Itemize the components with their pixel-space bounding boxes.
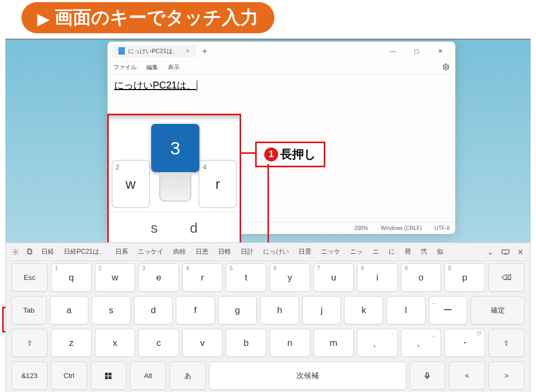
key-backspace[interactable]: ⌫	[488, 263, 525, 292]
r3-key-x[interactable]: x	[95, 329, 136, 357]
key-windows[interactable]	[91, 361, 127, 390]
play-arrow-icon	[38, 8, 49, 28]
suggestion-item[interactable]: ニッ	[346, 246, 367, 258]
r3-key-v[interactable]: v	[182, 329, 223, 357]
screenshot-stage: にっけいPC21は、 × ＋ ― ▢ ✕ ファイル 編集 表示 にっけいPC21…	[5, 39, 531, 392]
r1-key-t[interactable]: 5t	[226, 263, 266, 292]
text-caret	[197, 80, 197, 91]
banner-title: 画面のキーでタッチ入力	[55, 5, 258, 30]
r3-key-b[interactable]: b	[226, 329, 266, 357]
suggestion-item[interactable]: にっけい	[259, 246, 293, 258]
popup-value: 3	[151, 124, 199, 172]
new-tab-button[interactable]: ＋	[198, 45, 211, 57]
r2-key-k[interactable]: k	[344, 296, 383, 324]
settings-icon[interactable]	[9, 248, 22, 256]
keyboard-row-3: ⇧ zxcvbnm「、」。!?・ ⇧	[6, 327, 530, 359]
suggestion-item[interactable]: 日経PC21は、	[59, 246, 110, 258]
suggestion-item[interactable]: 日恵	[191, 246, 213, 258]
r2-key-f[interactable]: f	[176, 296, 215, 324]
close-keyboard-icon[interactable]: ✕	[514, 248, 527, 256]
r3-key-・[interactable]: !?・	[444, 329, 485, 357]
svg-rect-9	[426, 373, 428, 376]
suggestion-item[interactable]: に	[384, 246, 399, 258]
r1-key-e[interactable]: 3e	[138, 263, 179, 292]
key-tab[interactable]: Tab	[11, 296, 47, 324]
chevron-down-icon[interactable]: ⌄	[484, 248, 497, 256]
r3-key-m[interactable]: m	[314, 329, 354, 357]
r1-key-o[interactable]: 9o	[401, 263, 442, 292]
suggestion-item[interactable]: 似	[433, 246, 448, 258]
key-shift-left[interactable]: ⇧	[11, 329, 48, 357]
keyboard-row-1: Esc 1q2w3e4r5t6y7u8i9o0p ⌫	[6, 261, 530, 294]
key-num-mode[interactable]: &123	[11, 361, 48, 390]
key-alt[interactable]: Alt	[130, 361, 166, 390]
r1-key-p[interactable]: 0p	[444, 263, 485, 292]
menu-view[interactable]: 表示	[168, 63, 180, 71]
maximize-button[interactable]: ▢	[406, 43, 427, 58]
r3-key-n[interactable]: n	[270, 329, 310, 357]
key-kana[interactable]: あ	[169, 361, 206, 390]
key-arrow-left[interactable]: <	[449, 361, 485, 390]
status-encoding: UTF-8	[435, 225, 450, 231]
typed-text: にっけいPC21は、	[114, 80, 196, 91]
suggestion-item[interactable]: 荷	[400, 246, 415, 258]
r3-key-z[interactable]: z	[51, 329, 92, 357]
suggestion-bar: 日経日経PC21は、日系ニッケイ肉桂日恵日軽日計にっけい日景ニッケニッニに荷弐似…	[6, 243, 530, 261]
r2-key-h[interactable]: h	[260, 296, 299, 324]
suggestion-item[interactable]: ニッケ	[317, 246, 345, 258]
key-enter[interactable]: 確定	[471, 296, 525, 324]
key-space[interactable]: 次候補	[209, 361, 406, 390]
r3-key-、[interactable]: 「、	[357, 329, 398, 357]
r2-key-a[interactable]: a	[50, 296, 89, 324]
key-esc[interactable]: Esc	[11, 263, 48, 292]
r1-key-u[interactable]: 7u	[314, 263, 354, 292]
r3-key-c[interactable]: c	[138, 329, 179, 357]
suggestion-item[interactable]: 日計	[236, 246, 258, 258]
r1-key-y[interactable]: 6y	[270, 263, 310, 292]
close-tab-icon[interactable]: ×	[186, 47, 190, 55]
svg-rect-8	[109, 376, 111, 379]
menu-edit[interactable]: 編集	[146, 63, 158, 71]
r2-key-s[interactable]: s	[92, 296, 131, 324]
menu-file[interactable]: ファイル	[113, 63, 137, 71]
close-window-button[interactable]: ✕	[429, 43, 451, 58]
r2-key-ー[interactable]: _ー	[429, 296, 468, 324]
key-ctrl[interactable]: Ctrl	[51, 361, 87, 390]
status-zoom: 200%	[354, 225, 368, 231]
r2-key-l[interactable]: l	[386, 296, 426, 324]
suggestion-item[interactable]: 弐	[416, 246, 431, 258]
svg-point-1	[14, 251, 17, 253]
r2-key-j[interactable]: j	[302, 296, 341, 324]
suggestion-item[interactable]: 日経	[37, 246, 58, 258]
dock-keyboard-icon[interactable]	[499, 249, 512, 255]
svg-rect-5	[105, 373, 108, 375]
r3-key-。[interactable]: 」。	[401, 329, 442, 357]
r1-key-q[interactable]: 1q	[51, 263, 92, 292]
callout-longpress: 1 長押し	[255, 142, 325, 167]
longpress-popup: 3	[148, 124, 202, 204]
suggestion-item[interactable]: 肉桂	[169, 246, 190, 258]
minimize-button[interactable]: ―	[382, 43, 404, 58]
r1-key-w[interactable]: 2w	[95, 263, 136, 292]
clipboard-icon[interactable]	[23, 248, 36, 255]
suggestion-item[interactable]: 日景	[294, 246, 316, 258]
key-shift-right[interactable]: ⇧	[488, 329, 525, 357]
r1-key-i[interactable]: 8i	[357, 263, 398, 292]
keyboard-row-4: &123 Ctrl Alt あ 次候補 < >	[6, 359, 530, 392]
suggestion-item[interactable]: ニッケイ	[133, 246, 168, 258]
suggestion-item[interactable]: ニ	[368, 246, 383, 258]
suggestion-item[interactable]: 日系	[111, 246, 132, 258]
r1-key-r[interactable]: 4r	[182, 263, 223, 292]
suggestions-list: 日経日経PC21は、日系ニッケイ肉桂日恵日軽日計にっけい日景ニッケニッニに荷弐似	[37, 246, 448, 258]
settings-gear-icon[interactable]	[442, 63, 450, 71]
connector-line	[241, 152, 255, 154]
r2-key-d[interactable]: d	[134, 296, 173, 324]
key-arrow-right[interactable]: >	[488, 361, 525, 390]
key-mic[interactable]	[410, 361, 446, 390]
r2-key-g[interactable]: g	[218, 296, 257, 324]
popup-stem	[159, 172, 191, 202]
svg-rect-4	[502, 250, 509, 254]
notepad-tab[interactable]: にっけいPC21は、 ×	[112, 45, 196, 57]
zoom-key-s: s	[151, 220, 158, 236]
suggestion-item[interactable]: 日軽	[214, 246, 235, 258]
